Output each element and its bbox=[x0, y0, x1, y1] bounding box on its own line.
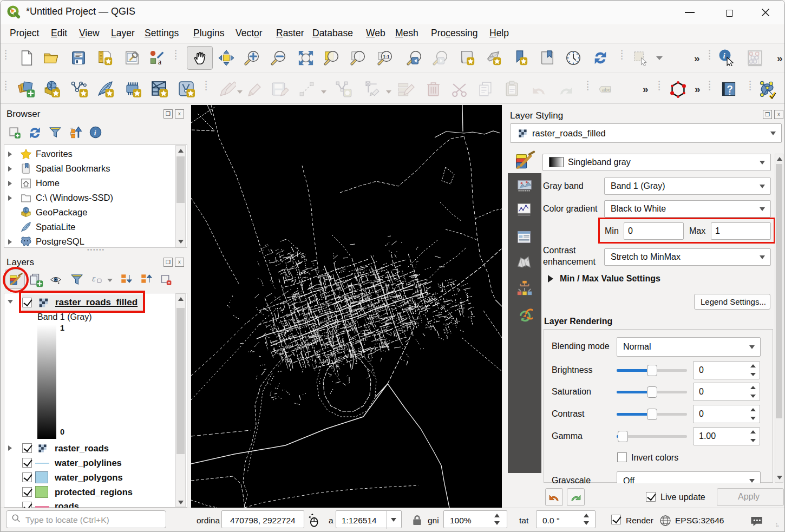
svg-text:ε: ε bbox=[92, 274, 96, 284]
svg-text:a: a bbox=[158, 57, 162, 66]
svg-text:abc: abc bbox=[602, 87, 611, 93]
svg-text:1:1: 1:1 bbox=[383, 54, 389, 60]
svg-text:i: i bbox=[94, 129, 96, 137]
svg-text:?: ? bbox=[727, 83, 733, 95]
